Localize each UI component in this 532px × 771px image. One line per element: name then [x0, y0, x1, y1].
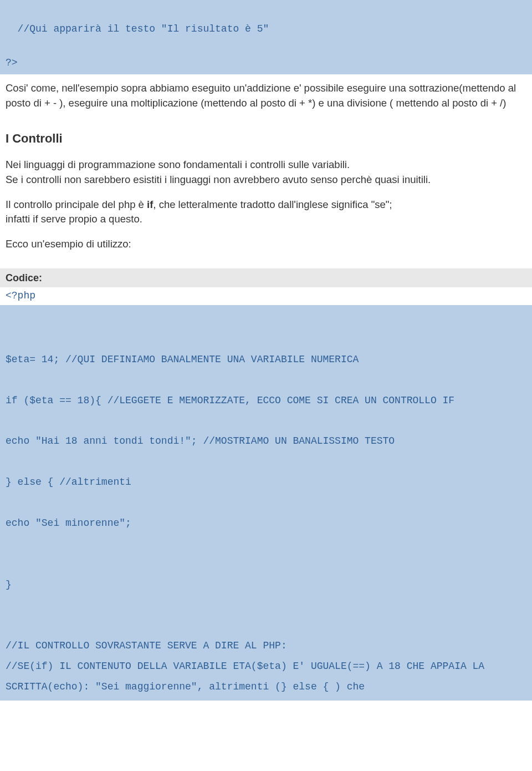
paragraph-2b: Se i controlli non sarebbero esistiti i …	[6, 174, 431, 185]
codice-label: Codice:	[0, 268, 532, 287]
code-block-main: $eta= 14; //QUI DEFINIAMO BANALMENTE UNA…	[0, 305, 532, 701]
code-text: //Qui apparirà il testo "Il risultato è …	[6, 23, 269, 68]
content-area: Cosi' come, nell'esempio sopra abbiamo e…	[0, 74, 532, 268]
section-heading: I Controlli	[6, 130, 526, 148]
code-block-top: //Qui apparirà il testo "Il risultato è …	[0, 0, 532, 74]
paragraph-4: Ecco un'esempio di utilizzo:	[6, 237, 526, 252]
paragraph-3a: Il controllo principale del php è	[6, 199, 147, 210]
code-main-text: $eta= 14; //QUI DEFINIAMO BANALMENTE UNA…	[6, 354, 490, 692]
paragraph-2a: Nei linguaggi di programmazione sono fon…	[6, 159, 350, 170]
paragraph-2: Nei linguaggi di programmazione sono fon…	[6, 158, 526, 187]
php-open-tag: <?php	[0, 287, 532, 305]
paragraph-3-bold: if	[147, 199, 153, 210]
paragraph-3c: infatti if serve propio a questo.	[6, 213, 142, 225]
paragraph-3b: , che letteralmente tradotto dall'ingles…	[153, 199, 392, 210]
paragraph-3: Il controllo principale del php è if, ch…	[6, 197, 526, 227]
paragraph-1: Cosi' come, nell'esempio sopra abbiamo e…	[6, 81, 526, 111]
